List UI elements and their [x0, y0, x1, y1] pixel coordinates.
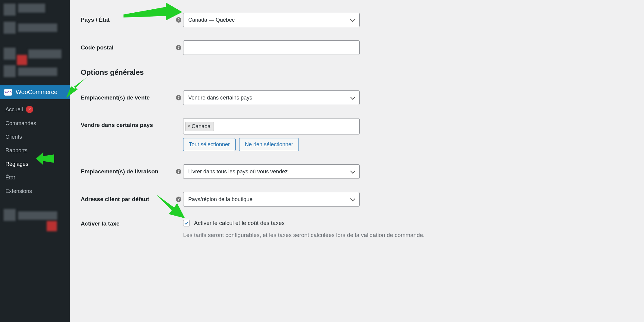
woocommerce-logo-badge: WOO	[4, 89, 12, 96]
help-icon[interactable]: ?	[176, 169, 181, 174]
postal-code-label: Code postal	[81, 44, 174, 51]
default-address-value: Pays/région de la boutique	[188, 196, 252, 203]
select-none-button[interactable]: Ne rien sélectionner	[239, 138, 299, 151]
remove-chip-icon[interactable]: ×	[187, 123, 190, 129]
submenu-item-commandes[interactable]: Commandes	[0, 117, 70, 130]
submenu-label: Extensions	[5, 188, 32, 194]
sell-locations-value: Vendre dans certains pays	[188, 95, 252, 101]
row-sell-locations: Emplacement(s) de vente ? Vendre dans ce…	[81, 90, 638, 105]
sidebar-pixelated-top	[0, 0, 70, 85]
row-country-state: Pays / État ? Canada — Québec	[81, 13, 638, 27]
sell-countries-multiselect[interactable]: × Canada	[183, 118, 360, 134]
row-sell-countries: Vendre dans certains pays × Canada Tout …	[81, 118, 638, 151]
row-default-address: Adresse client par défaut ? Pays/région …	[81, 192, 638, 207]
country-state-value: Canada — Québec	[188, 17, 235, 23]
country-chip: × Canada	[185, 122, 214, 131]
help-icon[interactable]: ?	[176, 17, 181, 23]
sidebar-pixelated-bottom	[0, 202, 70, 242]
help-icon[interactable]: ?	[176, 95, 181, 100]
enable-tax-checkbox[interactable]	[183, 220, 190, 226]
check-icon	[184, 221, 189, 226]
country-state-label: Pays / État	[81, 17, 174, 23]
sell-locations-select[interactable]: Vendre dans certains pays	[183, 90, 360, 105]
submenu-label: État	[5, 175, 15, 181]
select-all-button[interactable]: Tout sélectionner	[183, 138, 236, 151]
enable-tax-checkbox-label: Activer le calcul et le coût des taxes	[194, 220, 285, 226]
ship-locations-value: Livrer dans tous les pays où vous vendez	[188, 169, 288, 175]
enable-tax-description: Les tarifs seront configurables, et les …	[183, 231, 460, 239]
submenu-label: Clients	[5, 134, 22, 140]
help-icon[interactable]: ?	[176, 45, 181, 50]
enable-tax-label: Activer la taxe	[81, 220, 174, 227]
chip-label: Canada	[192, 123, 211, 130]
submenu-label: Réglages	[5, 161, 28, 167]
sidebar-item-woocommerce[interactable]: WOO WooCommerce	[0, 85, 70, 99]
sell-countries-label: Vendre dans certains pays	[81, 118, 174, 128]
submenu-item-etat[interactable]: État	[0, 171, 70, 185]
postal-code-input[interactable]	[183, 40, 360, 55]
row-ship-locations: Emplacement(s) de livraison ? Livrer dan…	[81, 164, 638, 179]
sell-locations-label: Emplacement(s) de vente	[81, 94, 174, 101]
ship-locations-label: Emplacement(s) de livraison	[81, 168, 174, 175]
country-state-select[interactable]: Canada — Québec	[183, 13, 360, 27]
sidebar-woocommerce-label: WooCommerce	[16, 89, 58, 96]
submenu-item-accueil[interactable]: Accueil 2	[0, 102, 70, 117]
count-badge: 2	[26, 106, 33, 113]
submenu-item-reglages[interactable]: Réglages	[0, 157, 70, 171]
submenu-label: Rapports	[5, 147, 27, 154]
default-address-label: Adresse client par défaut	[81, 196, 174, 203]
admin-sidebar: WOO WooCommerce Accueil 2 Commandes Clie…	[0, 0, 70, 322]
submenu-label: Commandes	[5, 120, 36, 127]
section-general-options: Options générales	[81, 68, 638, 77]
row-postal-code: Code postal ?	[81, 40, 638, 55]
submenu-item-rapports[interactable]: Rapports	[0, 144, 70, 157]
settings-content: Pays / État ? Canada — Québec Code posta…	[70, 0, 644, 322]
default-address-select[interactable]: Pays/région de la boutique	[183, 192, 360, 207]
woocommerce-submenu: Accueil 2 Commandes Clients Rapports Rég…	[0, 99, 70, 202]
help-icon[interactable]: ?	[176, 197, 181, 202]
ship-locations-select[interactable]: Livrer dans tous les pays où vous vendez	[183, 164, 360, 179]
submenu-item-clients[interactable]: Clients	[0, 130, 70, 144]
row-enable-tax: Activer la taxe Activer le calcul et le …	[81, 220, 638, 239]
submenu-item-extensions[interactable]: Extensions	[0, 185, 70, 198]
submenu-label: Accueil	[5, 106, 23, 113]
